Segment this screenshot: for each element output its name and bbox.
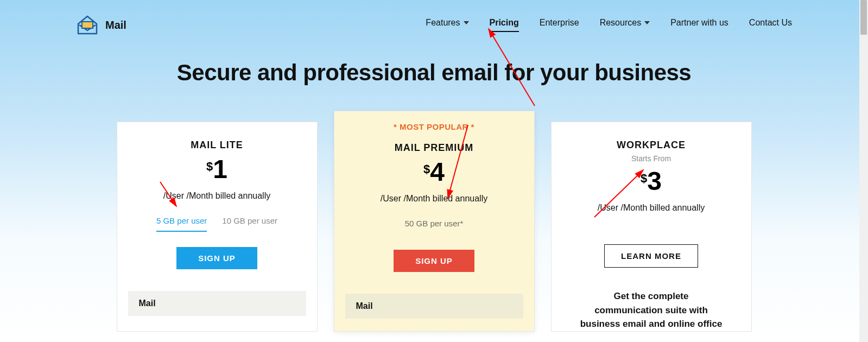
nav-features-label: Features [426, 18, 460, 28]
nav-partner[interactable]: Partner with us [670, 18, 728, 32]
price: $ 1 [117, 156, 317, 182]
tier-tab-10gb[interactable]: 10 GB per user [222, 216, 277, 232]
nav-resources[interactable]: Resources [600, 18, 650, 32]
top-nav: Mail Features Pricing Enterprise Resourc… [0, 0, 868, 36]
price-amount: 4 [430, 159, 445, 185]
nav-enterprise[interactable]: Enterprise [540, 18, 579, 32]
nav-pricing[interactable]: Pricing [490, 18, 519, 32]
price: $ 4 [334, 159, 534, 185]
storage-tier-tabs: 5 GB per user 10 GB per user [117, 216, 317, 232]
currency: $ [641, 172, 647, 186]
signup-button[interactable]: SIGN UP [394, 250, 474, 272]
billing-note: /User /Month billed annually [117, 191, 317, 201]
svg-rect-0 [82, 22, 93, 28]
currency: $ [206, 160, 213, 174]
plan-card-workplace: WORKPLACE Starts From $ 3 /User /Month b… [551, 122, 752, 332]
feature-section-head: Mail [345, 294, 523, 319]
tier-tab-5gb[interactable]: 5 GB per user [156, 216, 207, 232]
workplace-description: Get the complete communication suite wit… [562, 289, 740, 331]
plan-name: WORKPLACE [552, 140, 751, 151]
plan-card-lite: MAIL LITE $ 1 /User /Month billed annual… [117, 122, 318, 332]
mail-logo-icon [76, 14, 99, 36]
feature-section-head: Mail [128, 291, 306, 316]
plan-name: MAIL PREMIUM [334, 142, 534, 154]
price-amount: 3 [647, 168, 662, 194]
pricing-row: MAIL LITE $ 1 /User /Month billed annual… [0, 122, 868, 332]
vertical-scrollbar[interactable] [859, 0, 868, 342]
nav-contact-label: Contact Us [749, 18, 792, 28]
billing-note: /User /Month billed annually [552, 203, 751, 213]
nav-resources-label: Resources [600, 18, 641, 28]
plan-card-premium: * MOST POPULAR * MAIL PREMIUM $ 4 /User … [334, 111, 535, 332]
nav-contact[interactable]: Contact Us [749, 18, 792, 32]
currency: $ [423, 162, 430, 176]
nav-partner-label: Partner with us [670, 18, 728, 28]
brand[interactable]: Mail [76, 14, 126, 36]
chevron-down-icon [464, 21, 469, 24]
nav-links: Features Pricing Enterprise Resources Pa… [426, 18, 792, 32]
nav-enterprise-label: Enterprise [540, 18, 579, 28]
price-amount: 1 [213, 156, 227, 182]
storage-text: 50 GB per user* [334, 219, 534, 235]
nav-features[interactable]: Features [426, 18, 468, 32]
nav-pricing-label: Pricing [490, 18, 519, 28]
plan-name: MAIL LITE [117, 140, 317, 151]
chevron-down-icon [644, 21, 650, 24]
learn-more-button[interactable]: LEARN MORE [604, 244, 698, 268]
brand-name: Mail [105, 19, 126, 31]
scrollbar-thumb[interactable] [860, 0, 867, 35]
billing-note: /User /Month billed annually [334, 194, 534, 204]
page-headline: Secure and professional email for your b… [0, 60, 868, 86]
starts-from-label: Starts From [552, 154, 751, 163]
signup-button[interactable]: SIGN UP [176, 247, 257, 269]
price: $ 3 [552, 168, 751, 194]
most-popular-badge: * MOST POPULAR * [334, 111, 534, 131]
